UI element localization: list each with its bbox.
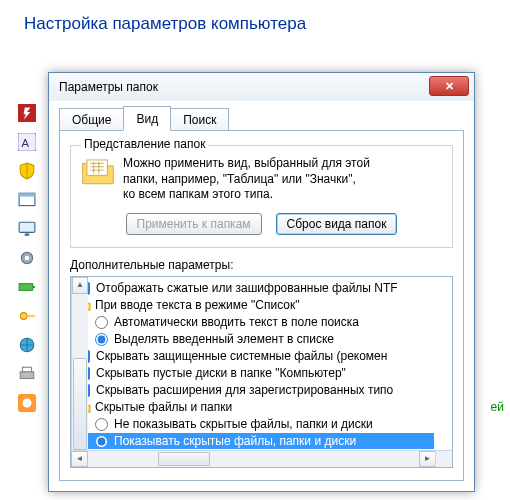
list-item-label: Автоматически вводить текст в поле поиск… <box>114 314 359 331</box>
tab-view[interactable]: Вид <box>123 106 171 131</box>
advanced-settings-list[interactable]: Отображать сжатые или зашифрованные файл… <box>70 276 453 468</box>
radio[interactable] <box>95 333 108 346</box>
scroll-left-icon[interactable]: ◄ <box>71 451 88 467</box>
window-icon <box>18 191 36 209</box>
reset-folders-button[interactable]: Сброс вида папок <box>276 213 398 235</box>
globe-icon <box>18 336 36 354</box>
list-item[interactable]: Автоматически вводить текст в поле поиск… <box>77 314 434 331</box>
svg-rect-4 <box>19 193 35 196</box>
tab-view-page: Представление папок Можно применить вид,… <box>59 130 464 481</box>
apply-to-folders-button: Применить к папкам <box>126 213 262 235</box>
list-item-label: Не показывать скрытые файлы, папки и дис… <box>114 416 373 433</box>
svg-rect-9 <box>19 284 33 291</box>
svg-rect-6 <box>25 234 30 236</box>
hscroll-thumb[interactable] <box>158 452 210 466</box>
dialog-title: Параметры папок <box>59 80 158 94</box>
flash-icon <box>18 104 36 122</box>
list-item-label: Скрывать защищенные системные файлы (рек… <box>96 348 387 365</box>
svg-rect-15 <box>23 367 32 372</box>
folder-grid-icon <box>81 156 115 189</box>
svg-rect-10 <box>33 286 35 288</box>
svg-point-17 <box>23 399 32 408</box>
list-item[interactable]: Отображать сжатые или зашифрованные файл… <box>77 280 434 297</box>
vertical-scrollbar[interactable]: ▲ ▼ <box>71 277 88 467</box>
sidebar-app-icons: A <box>18 104 50 423</box>
truncated-link-text: ей <box>491 400 504 414</box>
list-item[interactable]: Скрывать пустые диски в папке "Компьютер… <box>77 365 434 382</box>
close-icon: ✕ <box>445 80 454 93</box>
folder-view-description: Можно применить вид, выбранный для этой … <box>123 156 370 203</box>
list-item[interactable]: Не показывать скрытые файлы, папки и дис… <box>77 416 434 433</box>
monitor-icon <box>18 220 36 238</box>
scroll-thumb[interactable] <box>73 358 87 450</box>
scroll-corner <box>435 450 452 467</box>
advanced-settings-label: Дополнительные параметры: <box>70 258 453 272</box>
list-item-label: Показывать скрытые файлы, папки и диски <box>114 433 356 449</box>
list-item[interactable]: Скрывать защищенные системные файлы (рек… <box>77 348 434 365</box>
shield-icon <box>18 162 36 180</box>
scroll-up-icon[interactable]: ▲ <box>72 277 88 294</box>
radio[interactable] <box>95 418 108 431</box>
font-icon: A <box>18 133 36 151</box>
svg-rect-18 <box>87 160 107 175</box>
svg-rect-14 <box>20 372 34 379</box>
radio[interactable] <box>95 316 108 329</box>
key-icon <box>18 307 36 325</box>
list-item-label: Отображать сжатые или зашифрованные файл… <box>96 280 398 297</box>
list-item[interactable]: При вводе текста в режиме "Список" <box>77 297 434 314</box>
svg-rect-5 <box>19 222 35 232</box>
printer-icon <box>18 365 36 383</box>
list-item-label: Скрывать расширения для зарегистрированн… <box>96 382 393 399</box>
page-title: Настройка параметров компьютера <box>0 0 510 42</box>
svg-rect-12 <box>27 315 35 317</box>
list-item-label: Скрытые файлы и папки <box>95 399 232 416</box>
list-item-label: Скрывать пустые диски в папке "Компьютер… <box>96 365 346 382</box>
app-icon <box>18 394 36 412</box>
folder-view-group: Представление папок Можно применить вид,… <box>70 145 453 248</box>
svg-point-8 <box>25 256 30 261</box>
tab-search[interactable]: Поиск <box>170 108 229 131</box>
dialog-titlebar[interactable]: Параметры папок ✕ <box>49 73 474 101</box>
folder-view-group-title: Представление папок <box>81 137 208 151</box>
close-button[interactable]: ✕ <box>429 76 469 96</box>
battery-icon <box>18 278 36 296</box>
folder-options-dialog: Параметры папок ✕ Общие Вид Поиск Предст… <box>48 72 475 492</box>
scroll-right-icon[interactable]: ► <box>419 451 436 467</box>
svg-text:A: A <box>21 137 29 149</box>
list-item-label: Выделять введенный элемент в списке <box>114 331 334 348</box>
list-item[interactable]: Скрытые файлы и папки <box>77 399 434 416</box>
radio[interactable] <box>95 435 108 448</box>
list-item-label: При вводе текста в режиме "Список" <box>95 297 300 314</box>
svg-point-11 <box>20 313 27 320</box>
tab-general[interactable]: Общие <box>59 108 124 131</box>
list-item[interactable]: Скрывать расширения для зарегистрированн… <box>77 382 434 399</box>
list-item[interactable]: Выделять введенный элемент в списке <box>77 331 434 348</box>
list-item[interactable]: Показывать скрытые файлы, папки и диски <box>77 433 434 449</box>
gear-icon <box>18 249 36 267</box>
tabs: Общие Вид Поиск <box>59 107 464 131</box>
horizontal-scrollbar[interactable]: ◄ ► <box>71 450 436 467</box>
